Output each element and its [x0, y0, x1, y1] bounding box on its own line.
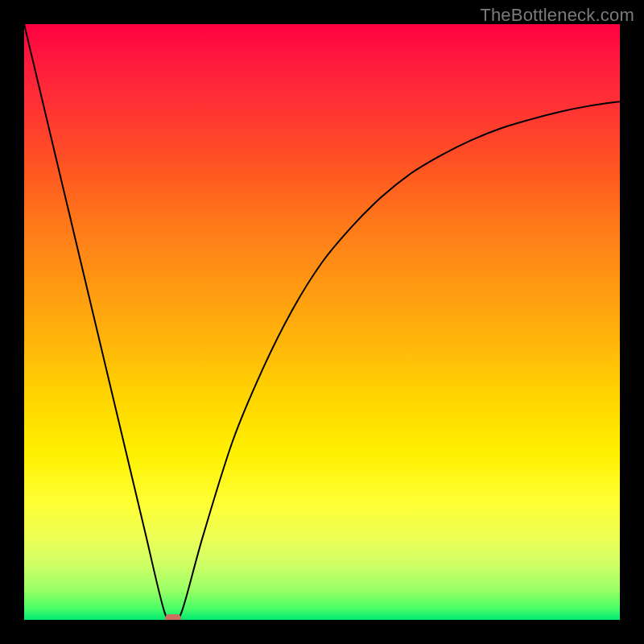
watermark-text: TheBottleneck.com — [480, 5, 634, 26]
plot-area — [24, 24, 620, 620]
gradient-background — [24, 24, 620, 620]
minimum-marker — [165, 614, 180, 620]
chart-frame: TheBottleneck.com — [0, 0, 644, 644]
